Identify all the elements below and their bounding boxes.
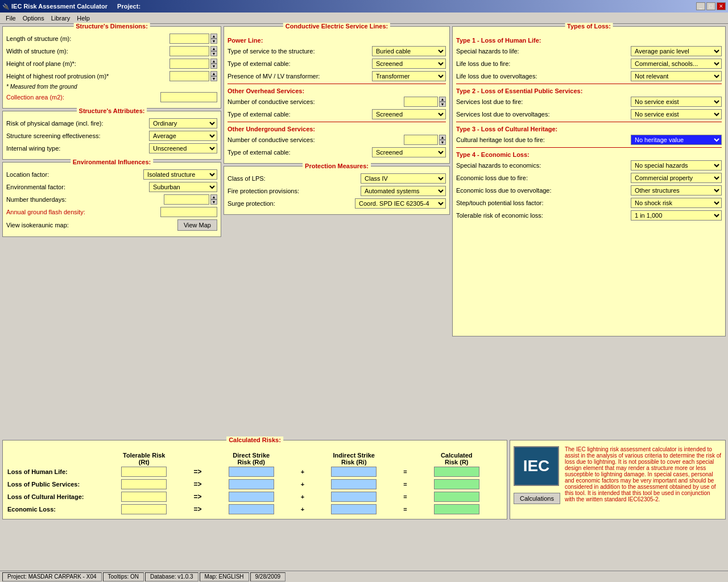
r-public-services[interactable]: 0.00E+00 [434, 479, 479, 489]
underground-count-spin-up[interactable]: ▲ [439, 135, 446, 140]
r-cultural-heritage[interactable]: 0.00E+00 [434, 492, 479, 502]
ri-public-services[interactable]: 0.00E+00 [331, 479, 377, 489]
internal-wiring-select[interactable]: UnscreenedScreened [149, 143, 217, 153]
roof-height-spin-up[interactable]: ▲ [210, 59, 217, 64]
service-type-label: Type of service to the structure: [228, 48, 372, 55]
rd-cultural-heritage[interactable]: 0.00E+00 [229, 492, 274, 502]
cultural-heritage-select[interactable]: No heritage valueLowHigh [631, 135, 722, 145]
special-hazards-life-select[interactable]: Average panic levelLowHigh [631, 46, 722, 56]
overhead-count-spin-up[interactable]: ▲ [439, 97, 446, 102]
external-cable-power-row: Type of external cable: ScreenedUnscreen… [228, 59, 446, 69]
underground-cable-type-select[interactable]: ScreenedUnscreened [372, 147, 446, 157]
rt-public-services[interactable]: 1.00E-03 [121, 479, 167, 489]
life-loss-fire-select[interactable]: Commercial, schools...HousesHospitals [631, 59, 722, 69]
annual-ground-flash-label: Annual ground flash density: [6, 209, 160, 215]
protrusion-spin-down[interactable]: ▼ [210, 76, 217, 81]
economic-loss-overvoltage-label: Economic loss due to overvoltage: [456, 187, 631, 194]
thunderdays-input[interactable]: 5 days/year [164, 194, 209, 205]
calculations-button[interactable]: Calculations [514, 493, 560, 504]
r-human-life[interactable]: 6.28E-06 [434, 467, 479, 477]
lps-class-select[interactable]: Class IClass IIClass IIIClass IVNo LPS [361, 173, 446, 184]
underground-count-spin-down[interactable]: ▼ [439, 140, 446, 145]
plus-economic: + [298, 503, 307, 516]
ri-economic[interactable]: 2.55E-06 [331, 504, 377, 514]
rt-cultural-heritage[interactable]: 1.00E-03 [121, 492, 167, 502]
structure-attributes-title: Structure's Attributes: [77, 107, 147, 114]
rt-human-life[interactable]: 1.00E-05 [121, 467, 167, 477]
economic-loss-fire-label: Economic loss due to fire: [456, 174, 631, 181]
view-map-label: View isokeraunic map: [6, 222, 177, 228]
thunderdays-value: 5 days/year ▲ ▼ [164, 194, 217, 205]
special-hazards-economics-select[interactable]: No special hazardsHazards exist [631, 160, 722, 171]
economic-loss-overvoltage-select[interactable]: Other structuresCommercial property [631, 185, 722, 196]
types-of-loss-panel: Types of Loss: Type 1 - Loss of Human Li… [452, 26, 726, 336]
eq-economic: = [401, 503, 410, 516]
length-spin-up[interactable]: ▲ [210, 34, 217, 39]
economic-loss-fire-select[interactable]: Commercial propertyHousesFarms [631, 173, 722, 183]
roof-height-spin-down[interactable]: ▼ [210, 64, 217, 69]
rt-economic[interactable]: 1.00E-03 [121, 504, 167, 514]
rd-economic[interactable]: 4.51E-06 [229, 504, 274, 514]
thunderdays-spin-up[interactable]: ▲ [210, 194, 217, 199]
screening-effectiveness-select[interactable]: AverageNoneGood [149, 131, 217, 141]
economic-loss-overvoltage-row: Economic loss due to overvoltage: Other … [456, 185, 722, 196]
overhead-count-input[interactable]: 0 [404, 97, 438, 107]
maximize-button[interactable]: □ [706, 2, 715, 10]
ri-human-life[interactable]: 7.95E-07 [331, 467, 377, 477]
length-input[interactable]: 160 [169, 34, 209, 44]
types-of-loss-title: Types of Loss: [565, 23, 613, 30]
iec-logo: IEC [514, 446, 559, 486]
menu-options[interactable]: Options [19, 14, 48, 23]
external-cable-power-select[interactable]: ScreenedUnscreened [372, 59, 446, 69]
width-spin-down[interactable]: ▼ [210, 51, 217, 56]
plus-human-life: + [298, 465, 307, 478]
underground-count-input[interactable]: 5 [404, 135, 438, 145]
environmental-influences-title: Environmental Influences: [71, 159, 154, 165]
arrow-cultural-heritage: => [191, 490, 205, 503]
annual-ground-flash-input[interactable]: 0.5 flashes/km2 [160, 207, 217, 217]
overhead-cable-type-select[interactable]: ScreenedUnscreened [372, 109, 446, 119]
overhead-count-spin-down[interactable]: ▼ [439, 102, 446, 107]
physical-damage-select[interactable]: OrdinaryLowHigh [149, 118, 217, 128]
width-spin-up[interactable]: ▲ [210, 46, 217, 51]
type2-title: Type 2 - Loss of Essential Public Servic… [456, 88, 722, 94]
rd-public-services[interactable]: 0.00E+00 [229, 479, 274, 489]
tolerable-risk-economic-select[interactable]: 1 in 1,0001 in 10,000 [631, 210, 722, 221]
environmental-influences-panel: Environmental Influences: Location facto… [2, 162, 221, 237]
surge-protection-select[interactable]: Coord. SPD IEC 62305-4NoneSPD [355, 198, 446, 209]
external-cable-power-label: Type of external cable: [228, 60, 372, 67]
menu-bar: File Options Library Help [0, 13, 728, 24]
minimize-button[interactable]: _ [696, 2, 705, 10]
environmental-factor-select[interactable]: SuburbanRuralUrban [149, 182, 217, 192]
rd-human-life[interactable]: 5.49E-06 [229, 467, 274, 477]
services-fire-select[interactable]: No service existService exists [631, 97, 722, 107]
special-hazards-life-label: Special hazards to life: [456, 48, 631, 55]
life-loss-overvoltage-select[interactable]: Not relevantRelevant [631, 71, 722, 81]
menu-file[interactable]: File [2, 14, 19, 23]
fire-protection-select[interactable]: Automated systemsManualNone [361, 186, 446, 196]
collection-area-input[interactable]: 108,647 m2 [160, 92, 217, 102]
transformer-select[interactable]: TransformerNo transformer [372, 71, 446, 81]
special-hazards-economics-row: Special hazards to economics: No special… [456, 160, 722, 171]
view-map-button[interactable]: View Map [177, 219, 217, 231]
menu-help[interactable]: Help [73, 14, 93, 23]
close-button[interactable]: ✕ [717, 2, 726, 10]
protrusion-input[interactable]: 50 [169, 71, 209, 81]
special-hazards-life-row: Special hazards to life: Average panic l… [456, 46, 722, 56]
location-factor-select[interactable]: Isolated structureSuburbanUrban [143, 169, 217, 180]
screening-effectiveness-label: Structure screening effectiveness: [6, 132, 149, 139]
table-row: Loss of Public Services: 1.00E-03 => 0.0… [6, 478, 503, 490]
life-loss-fire-label: Life loss due to fire: [456, 60, 631, 67]
length-spin-down[interactable]: ▼ [210, 39, 217, 44]
thunderdays-spin-down[interactable]: ▼ [210, 199, 217, 205]
roof-height-input[interactable]: 30 [169, 59, 209, 69]
protrusion-spin-up[interactable]: ▲ [210, 71, 217, 76]
service-type-select[interactable]: Buried cableOverheadUnderground [372, 46, 446, 56]
r-economic[interactable]: 7.06E-06 [434, 504, 479, 514]
ri-cultural-heritage[interactable]: 0.00E+00 [331, 492, 377, 502]
services-overvoltage-select[interactable]: No service existService exists [631, 109, 722, 119]
menu-library[interactable]: Library [48, 14, 74, 23]
step-touch-select[interactable]: No shock riskshock [631, 198, 722, 208]
status-map: Map: ENGLISH [200, 572, 249, 581]
width-input[interactable]: 160 [169, 46, 209, 56]
